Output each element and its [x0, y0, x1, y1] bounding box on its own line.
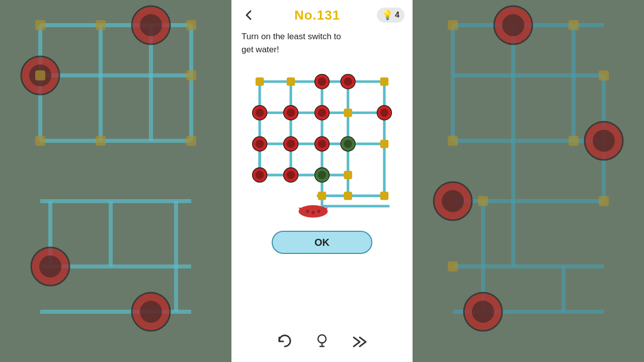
- svg-rect-74: [380, 77, 389, 86]
- svg-rect-51: [569, 20, 579, 30]
- svg-rect-27: [35, 136, 45, 146]
- bottom-bar: [231, 332, 413, 353]
- ok-button[interactable]: OK: [272, 231, 372, 254]
- hint-button[interactable]: [313, 332, 331, 353]
- svg-point-97: [256, 109, 264, 117]
- svg-point-95: [344, 77, 352, 86]
- svg-point-101: [380, 109, 389, 117]
- svg-point-49: [472, 301, 494, 323]
- svg-point-105: [256, 140, 264, 148]
- svg-point-122: [318, 335, 326, 343]
- puzzle-area[interactable]: [242, 61, 403, 222]
- svg-point-120: [311, 211, 314, 214]
- background-right: [413, 0, 644, 362]
- svg-point-121: [317, 210, 320, 213]
- svg-rect-71: [287, 77, 295, 86]
- svg-rect-88: [344, 171, 352, 179]
- svg-rect-56: [599, 196, 609, 206]
- svg-point-93: [318, 77, 327, 86]
- svg-rect-24: [186, 20, 196, 30]
- svg-point-107: [318, 140, 327, 148]
- retry-button[interactable]: [276, 332, 293, 353]
- svg-point-19: [39, 255, 61, 278]
- svg-point-99: [287, 109, 295, 117]
- svg-rect-25: [35, 70, 45, 80]
- svg-rect-28: [96, 136, 106, 146]
- svg-rect-91: [380, 192, 389, 200]
- background-left: [0, 0, 231, 362]
- svg-rect-26: [186, 70, 196, 80]
- svg-point-17: [140, 14, 162, 36]
- svg-point-115: [287, 140, 295, 148]
- svg-point-119: [306, 210, 309, 213]
- svg-point-117: [318, 109, 327, 117]
- svg-point-45: [442, 190, 464, 212]
- svg-point-111: [287, 171, 295, 179]
- svg-point-47: [593, 130, 615, 152]
- svg-rect-70: [256, 77, 264, 86]
- svg-rect-89: [318, 192, 327, 200]
- svg-rect-52: [599, 70, 609, 80]
- svg-point-21: [140, 301, 162, 323]
- svg-rect-57: [448, 261, 458, 272]
- svg-rect-84: [380, 140, 389, 148]
- svg-point-43: [502, 14, 524, 36]
- back-button[interactable]: [239, 6, 258, 24]
- svg-rect-55: [478, 196, 488, 206]
- svg-rect-29: [186, 136, 196, 146]
- hint-count: 4: [395, 11, 399, 20]
- skip-button[interactable]: [351, 333, 368, 352]
- hint-icon: 💡: [382, 10, 393, 21]
- svg-rect-50: [448, 20, 458, 30]
- svg-rect-22: [35, 20, 45, 30]
- svg-rect-90: [344, 192, 352, 200]
- svg-point-109: [256, 171, 264, 179]
- center-panel: No.131 💡 4 Turn on the least switch to g…: [231, 0, 413, 362]
- hint-badge[interactable]: 💡 4: [377, 8, 405, 23]
- svg-rect-78: [344, 109, 352, 117]
- svg-rect-23: [96, 20, 106, 30]
- svg-rect-54: [569, 136, 579, 146]
- instruction-text: Turn on the least switch to get water!: [231, 28, 413, 56]
- svg-point-103: [344, 140, 352, 148]
- svg-point-113: [318, 171, 327, 179]
- level-title: No.131: [294, 8, 340, 23]
- header: No.131 💡 4: [231, 0, 413, 28]
- svg-rect-53: [448, 136, 458, 146]
